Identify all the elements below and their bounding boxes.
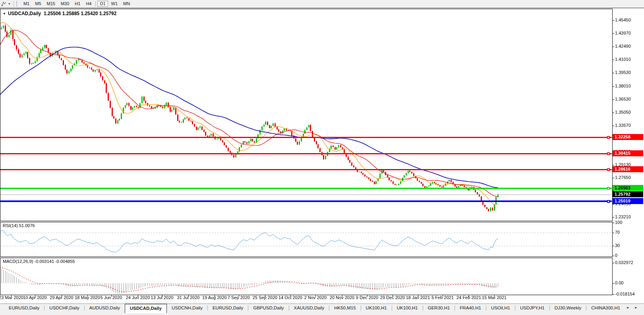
chart-tab-usdjpy-h1[interactable]: USDJPY,H1 (515, 304, 549, 312)
timeframe-button-h4[interactable]: H4 (83, 1, 94, 7)
price-axis-tick-label: 1.38010 (615, 84, 631, 88)
chart-tabs: EURUSD,DailyUSDCHF,DailyAUDUSD,DailyUSDC… (0, 304, 622, 313)
timeframe-buttons: M1M5M15M30H1H4D1W1MN (21, 1, 133, 7)
price-axis-tick-label: 1.33570 (615, 123, 631, 128)
date-axis-label: 18 Jan 2021 (406, 295, 430, 300)
date-axis-label: 31 Jul 2020 (177, 295, 200, 300)
price-axis-tick-label: 1.27650 (615, 175, 631, 180)
date-axis-label: 29 Apr 2020 (50, 295, 73, 300)
chart-canvas[interactable] (0, 0, 644, 303)
date-axis-label: 5 Feb 2021 (431, 295, 454, 300)
price-axis-tick-label: 1.39530 (615, 70, 631, 75)
timeframe-button-mn[interactable]: MN (121, 1, 132, 7)
price-line-tag[interactable]: 1.26503 (613, 185, 643, 191)
chart-tab-fra40-h1[interactable]: FRA40,H1 (455, 304, 486, 312)
chart-tab-china300-h1[interactable]: CHINA300,H1 (586, 304, 622, 312)
mt4-chart-window: ▼ M1M5M15M30H1H4D1W1MN ▼USDCAD,Daily 1.2… (0, 0, 644, 315)
crosshair-tool-icon[interactable] (1, 1, 7, 6)
timeframe-button-m5[interactable]: M5 (33, 1, 43, 7)
tab-scroll-arrows: ◄ ► (622, 304, 644, 309)
macd-axis-tick-label: -0.018154 (615, 292, 635, 296)
price-axis-tick-label: 1.36530 (615, 97, 631, 101)
chart-context-caret-icon[interactable]: ▼ (3, 12, 6, 16)
price-axis-tick-label: 1.42490 (615, 44, 631, 49)
chart-tab-bar: EURUSD,DailyUSDCHF,DailyAUDUSD,DailyUSDC… (0, 303, 644, 315)
current-price-tag: 1.25792 (613, 191, 643, 197)
date-axis-label: 25 Sep 2020 (253, 295, 277, 300)
tab-scroll-right-icon[interactable]: ► (634, 306, 638, 309)
date-axis-label: 9 Dec 2020 (356, 295, 378, 300)
chart-tab-eurusd-daily[interactable]: EURUSD,Daily (208, 304, 248, 312)
chart-tab-dj30-weekly[interactable]: DJ30,Weekly (550, 304, 586, 312)
toolbar-drag-grip[interactable] (16, 1, 18, 6)
timeframe-button-h1[interactable]: H1 (72, 1, 83, 7)
timeframe-button-m1[interactable]: M1 (21, 1, 32, 7)
date-axis-label: 10 Apr 2020 (23, 295, 46, 300)
date-axis-label: 15 Mar 2021 (482, 295, 507, 300)
chart-tab-usdcad-daily[interactable]: USDCAD,Daily (125, 304, 167, 313)
chart-symbol: USDCAD,Daily (8, 11, 41, 16)
timeframe-button-m30[interactable]: M30 (58, 1, 72, 7)
chart-tab-usoil-h1[interactable]: USOil,H1 (486, 304, 515, 312)
timeframe-button-m15[interactable]: M15 (44, 1, 58, 7)
date-axis-label: 5 Jun 2020 (101, 295, 122, 300)
price-axis-tick-label: 1.23210 (615, 214, 631, 219)
macd-axis-tick-label: 0.032972 (615, 260, 633, 265)
timeframe-button-d1[interactable]: D1 (97, 1, 108, 7)
chart-title: ▼USDCAD,Daily 1.25506 1.25885 1.25420 1.… (3, 11, 116, 16)
rsi-axis-tick-label: 30 (615, 243, 620, 248)
chart-tab-xauusd-daily[interactable]: XAUUSD,Daily (289, 304, 329, 312)
chart-tab-usdcnh-daily[interactable]: USDCNH,Daily (167, 304, 207, 312)
chart-tab-audusd-daily[interactable]: AUDUSD,Daily (85, 304, 125, 312)
date-axis-label: 24 Jun 2020 (126, 295, 150, 300)
price-line-tag[interactable]: 1.32258 (613, 134, 643, 140)
rsi-axis-tick-label: 0 (615, 253, 617, 258)
date-axis-label: 7 Sep 2020 (228, 295, 250, 300)
price-axis-tick-label: 1.35050 (615, 110, 631, 115)
date-axis-label: 13 Jul 2020 (151, 295, 174, 300)
toolbar-separator (95, 1, 96, 7)
rsi-indicator-label: RSI(14) 51.0076 (3, 223, 35, 228)
timeframe-button-w1[interactable]: W1 (109, 1, 120, 7)
tab-scroll-left-icon[interactable]: ◄ (626, 306, 629, 309)
date-axis-label: 23 Mar 2020 (0, 295, 23, 300)
price-axis-tick-label: 1.45450 (615, 18, 631, 22)
macd-axis-tick-label: 0.00 (615, 280, 623, 285)
tool-dropdown-caret-icon[interactable]: ▼ (8, 2, 11, 5)
price-axis-tick-label: 1.41010 (615, 57, 631, 62)
price-line-tag[interactable]: 1.25019 (613, 198, 643, 204)
price-axis-tick-label: 1.43970 (615, 31, 631, 35)
chart-tab-hk50-m15[interactable]: HK50,M15 (329, 304, 360, 312)
chart-tab-uk100-h1[interactable]: UK100,H1 (361, 304, 392, 312)
date-axis-label: 18 May 2020 (75, 295, 100, 300)
chart-ohlc-values: 1.25506 1.25885 1.25420 1.25792 (44, 11, 117, 16)
price-line-tag[interactable]: 1.30415 (613, 150, 643, 156)
chart-tab-uk100-h1[interactable]: UK100,H1 (392, 304, 423, 312)
date-axis-label: 20 Nov 2020 (330, 295, 354, 300)
chart-tab-eurusd-daily[interactable]: EURUSD,Daily (4, 304, 44, 312)
chart-tab-usdchf-daily[interactable]: USDCHF,Daily (44, 304, 84, 312)
timeframe-toolbar: ▼ M1M5M15M30H1H4D1W1MN (0, 0, 644, 8)
chart-tab-ger30-h1[interactable]: GER30,H1 (423, 304, 455, 312)
date-axis-label: 2 Nov 2020 (304, 295, 327, 300)
date-axis-label: 29 Dec 2020 (380, 295, 405, 300)
price-line-tag[interactable]: 1.28616 (613, 166, 643, 172)
date-axis-label: 24 Feb 2021 (456, 295, 481, 300)
rsi-axis-tick-label: 70 (615, 230, 620, 235)
date-axis-label: 14 Oct 2020 (278, 295, 302, 300)
chart-tab-gbpusd-daily[interactable]: GBPUSD,Daily (248, 304, 288, 312)
date-axis-label: 19 Aug 2020 (202, 295, 227, 300)
rsi-axis-tick-label: 100 (615, 220, 622, 225)
macd-indicator-label: MACD(12,26,9) -0.003141 -0.004855 (3, 259, 75, 264)
toolbar-separator (14, 1, 14, 7)
